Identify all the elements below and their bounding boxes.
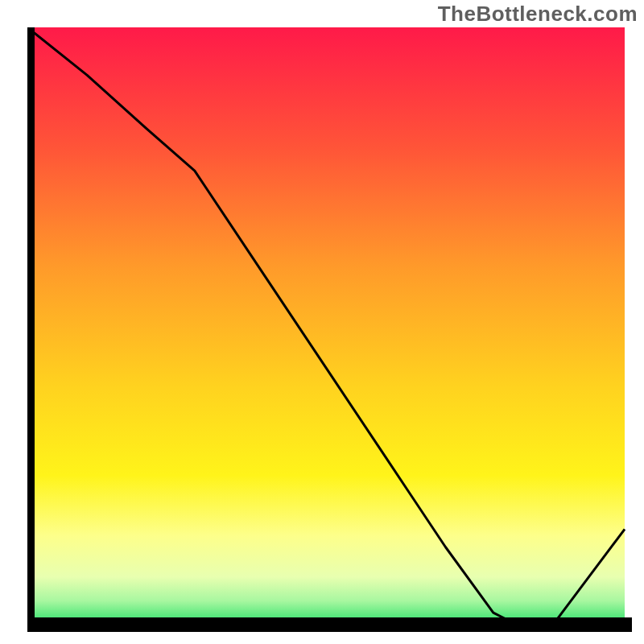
chart-svg	[27, 27, 633, 633]
plot-area	[27, 27, 633, 633]
watermark-text: TheBottleneck.com	[438, 2, 638, 27]
chart-container: TheBottleneck.com	[0, 0, 644, 644]
gradient-background	[27, 27, 625, 625]
